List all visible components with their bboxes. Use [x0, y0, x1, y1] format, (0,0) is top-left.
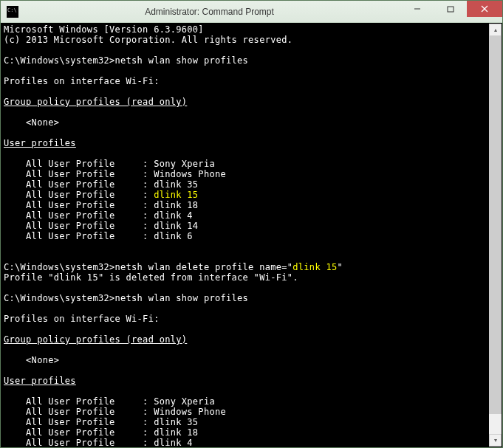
version-line: Microsoft Windows [Version 6.3.9600]	[4, 24, 204, 35]
profile-label: All User Profile :	[4, 169, 154, 179]
prompt: C:\Windows\system32>	[4, 262, 115, 272]
profile-value-highlighted: dlink 15	[154, 190, 198, 200]
scroll-up-button[interactable]: ▴	[489, 24, 502, 36]
app-icon	[7, 6, 18, 18]
group-policy-header: Group policy profiles (read only)	[4, 97, 187, 107]
profile-value: Windows Phone	[154, 407, 226, 417]
profile-value: dlink 18	[154, 427, 198, 438]
command-input: netsh wlan show profiles	[115, 55, 249, 66]
profile-label: All User Profile :	[4, 179, 154, 190]
profile-label: All User Profile :	[4, 407, 154, 417]
profile-value: dlink 35	[154, 179, 198, 190]
titlebar[interactable]: Administrator: Command Prompt	[1, 1, 502, 23]
scroll-down-button[interactable]: ▾	[489, 434, 502, 447]
profile-label: All User Profile :	[4, 427, 154, 438]
window-title: Administrator: Command Prompt	[18, 7, 400, 17]
none-entry: <None>	[4, 355, 59, 365]
maximize-button[interactable]	[434, 1, 467, 17]
profile-value: dlink 4	[154, 210, 193, 221]
profile-label: All User Profile :	[4, 190, 154, 200]
profile-label: All User Profile :	[4, 417, 154, 427]
profile-value: Sony Xperia	[154, 159, 215, 169]
close-button[interactable]	[467, 1, 502, 17]
profile-label: All User Profile :	[4, 210, 154, 221]
command-input: netsh wlan show profiles	[115, 293, 249, 303]
profile-label: All User Profile :	[4, 396, 154, 407]
profile-label: All User Profile :	[4, 231, 154, 241]
minimize-icon	[414, 5, 421, 13]
profile-value: Windows Phone	[154, 169, 226, 179]
profile-label: All User Profile :	[4, 159, 154, 169]
command-input: netsh wlan delete profile name="	[115, 262, 293, 272]
group-policy-header: Group policy profiles (read only)	[4, 334, 187, 345]
command-input: "	[338, 262, 343, 272]
profile-label: All User Profile :	[4, 221, 154, 231]
command-prompt-window: Administrator: Command Prompt Microsoft …	[0, 0, 503, 448]
maximize-icon	[447, 5, 454, 13]
profile-value: dlink 14	[154, 221, 198, 231]
profile-value: dlink 4	[154, 438, 193, 447]
profile-label: All User Profile :	[4, 438, 154, 447]
delete-result: Profile "dlink 15" is deleted from inter…	[4, 272, 298, 283]
prompt: C:\Windows\system32>	[4, 293, 115, 303]
profiles-interface-header: Profiles on interface Wi-Fi:	[4, 76, 160, 86]
profile-value: dlink 6	[154, 231, 193, 241]
vertical-scrollbar[interactable]: ▴ ▾	[489, 24, 502, 447]
close-icon	[481, 5, 488, 13]
prompt: C:\Windows\system32>	[4, 55, 115, 66]
scroll-thumb[interactable]	[489, 36, 502, 414]
terminal-output[interactable]: Microsoft Windows [Version 6.3.9600] (c)…	[1, 23, 502, 447]
profiles-interface-header: Profiles on interface Wi-Fi:	[4, 314, 160, 324]
profile-value: dlink 35	[154, 417, 198, 427]
user-profiles-header: User profiles	[4, 138, 76, 148]
profile-label: All User Profile :	[4, 200, 154, 210]
scroll-track[interactable]	[489, 36, 502, 434]
user-profiles-header: User profiles	[4, 376, 76, 386]
svg-rect-1	[448, 7, 454, 12]
command-arg-highlighted: dlink 15	[292, 262, 337, 272]
profile-value: Sony Xperia	[154, 396, 215, 407]
profile-value: dlink 18	[154, 200, 198, 210]
none-entry: <None>	[4, 117, 59, 128]
minimize-button[interactable]	[400, 1, 434, 17]
window-controls	[400, 1, 502, 22]
copyright-line: (c) 2013 Microsoft Corporation. All righ…	[4, 35, 292, 45]
